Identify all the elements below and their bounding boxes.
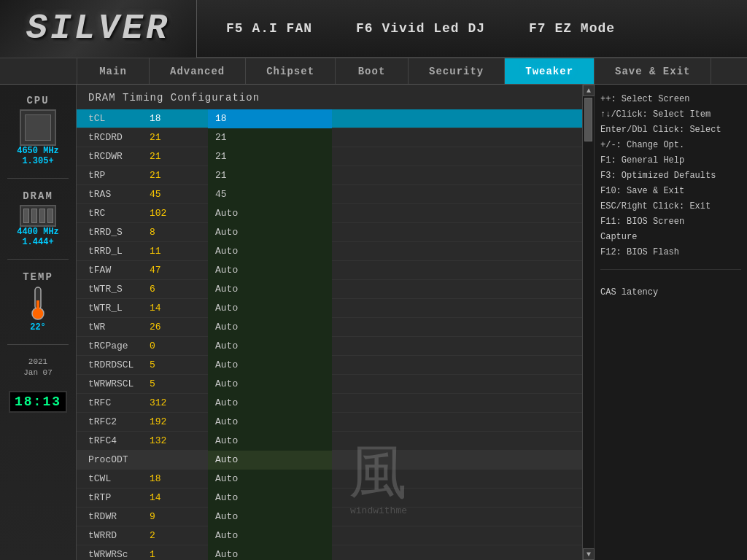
timing-value: 11 <box>150 246 208 257</box>
timing-row[interactable]: tWRWRSCL5Auto <box>77 375 582 394</box>
timing-row[interactable]: tFAW47Auto <box>77 261 582 280</box>
timing-name: tRTP <box>77 492 150 503</box>
help-line: ++: Select Screen <box>600 92 741 107</box>
timing-row[interactable]: tRAS4545 <box>77 185 582 204</box>
tab-save-exit[interactable]: Save & Exit <box>595 58 711 84</box>
timing-name: tRAS <box>77 189 150 200</box>
timing-row[interactable]: tRDRDSCL5Auto <box>77 356 582 375</box>
tab-advanced[interactable]: Advanced <box>150 58 246 84</box>
tab-main[interactable]: Main <box>77 58 150 84</box>
timing-row[interactable]: tRFC2192Auto <box>77 413 582 432</box>
scroll-track[interactable] <box>583 96 594 548</box>
timing-right-col: Auto <box>208 356 582 375</box>
timing-right-value: 45 <box>208 185 332 204</box>
timing-name: tFAW <box>77 265 150 276</box>
timing-value: 14 <box>150 492 208 503</box>
timing-right-col: Auto <box>208 280 582 299</box>
timing-name: tRC <box>77 208 150 219</box>
timing-row[interactable]: tRFC4132Auto <box>77 432 582 451</box>
timing-name: tWR <box>77 322 150 332</box>
tab-chipset[interactable]: Chipset <box>246 58 336 84</box>
timing-row[interactable]: tWRRD2Auto <box>77 526 582 545</box>
timing-row[interactable]: tWTR_L14Auto <box>77 299 582 318</box>
timing-row[interactable]: tWRWRSc1Auto <box>77 545 582 560</box>
timing-right-value: Auto <box>208 470 332 489</box>
timing-right-col: Auto <box>208 261 582 280</box>
help-line: +/-: Change Opt. <box>600 138 741 153</box>
timing-value: 14 <box>150 303 208 314</box>
timing-value: 132 <box>150 435 208 446</box>
scroll-thumb[interactable] <box>584 98 592 141</box>
timing-value: 26 <box>150 322 208 332</box>
timing-right-value: 21 <box>208 128 332 147</box>
timing-row[interactable]: tRRD_S8Auto <box>77 223 582 242</box>
timing-right-value: 21 <box>208 166 332 185</box>
timing-name: tCL <box>77 113 150 124</box>
timing-row[interactable]: tWTR_S6Auto <box>77 280 582 299</box>
timing-right-value: 21 <box>208 147 332 166</box>
timing-row[interactable]: ProcODTAuto <box>77 451 582 470</box>
clock-section: 18:13 <box>0 388 76 416</box>
tab-boot[interactable]: Boot <box>336 58 409 84</box>
hotkey-f6: F6 Vivid Led DJ <box>356 21 485 36</box>
timing-value: 21 <box>150 170 208 181</box>
tab-tweaker[interactable]: Tweaker <box>505 58 595 84</box>
timing-right-col: Auto <box>208 432 582 451</box>
timing-name: tRDWR <box>77 511 150 522</box>
timing-row[interactable]: tRC102Auto <box>77 204 582 223</box>
help-line: ESC/Right Click: Exit <box>600 199 741 214</box>
timing-row[interactable]: tWR26Auto <box>77 318 582 337</box>
timing-name: tRFC2 <box>77 416 150 427</box>
nav-tabs: Main Advanced Chipset Boot Security Twea… <box>0 58 747 85</box>
help-line: F10: Save & Exit <box>600 184 741 199</box>
timing-name: tRFC4 <box>77 435 150 446</box>
scrollbar[interactable]: ▲ ▼ <box>582 85 594 560</box>
timing-right-col: Auto <box>208 223 582 242</box>
timing-row[interactable]: tRDWR9Auto <box>77 508 582 526</box>
dram-sticks <box>23 209 53 223</box>
timing-row[interactable]: tRFC312Auto <box>77 394 582 413</box>
timing-right-value: Auto <box>208 318 332 337</box>
timing-row[interactable]: tRTP14Auto <box>77 489 582 508</box>
timing-row[interactable]: tRCDWR2121 <box>77 147 582 166</box>
timing-row[interactable]: tCWL18Auto <box>77 470 582 489</box>
timing-right-value: Auto <box>208 545 332 561</box>
timing-row[interactable]: tRCDRD2121 <box>77 128 582 147</box>
timing-right-col: Auto <box>208 375 582 394</box>
timing-right-value: Auto <box>208 223 332 242</box>
timing-right-value: Auto <box>208 451 332 470</box>
right-panel: ++: Select Screen↑↓/Click: Select ItemEn… <box>594 85 747 560</box>
timing-row[interactable]: tRRD_L11Auto <box>77 242 582 261</box>
timing-right-value: 18 <box>208 109 332 128</box>
scroll-up-arrow[interactable]: ▲ <box>583 85 595 96</box>
temp-label: TEMP <box>23 271 53 283</box>
cpu-icon <box>20 109 56 146</box>
timing-row[interactable]: tRP2121 <box>77 166 582 185</box>
timing-name: tWRWRSc <box>77 549 150 560</box>
help-line: F1: General Help <box>600 153 741 168</box>
timing-name: tWRRD <box>77 530 150 541</box>
timing-right-col: Auto <box>208 299 582 318</box>
timing-name: tRCDRD <box>77 132 150 143</box>
tab-security[interactable]: Security <box>409 58 505 84</box>
timing-row[interactable]: tRCPage0Auto <box>77 337 582 356</box>
help-line: Capture <box>600 230 741 245</box>
timing-value: 18 <box>150 113 208 124</box>
dram-stick-2 <box>31 209 37 223</box>
timing-row[interactable]: tCL1818 <box>77 109 582 128</box>
dram-stick-4 <box>47 209 53 223</box>
timing-name: tRDRDSCL <box>77 359 150 370</box>
temp-section: TEMP 22° <box>0 268 76 335</box>
scroll-down-arrow[interactable]: ▼ <box>583 548 595 560</box>
timing-right-col: Auto <box>208 394 582 413</box>
timing-right-value: Auto <box>208 356 332 375</box>
divider-1 <box>7 178 68 179</box>
timing-right-value: Auto <box>208 413 332 432</box>
timing-name: tWTR_L <box>77 303 150 314</box>
hotkeys-area: F5 A.I FAN F6 Vivid Led DJ F7 EZ Mode <box>197 21 615 36</box>
timing-name: tRRD_L <box>77 246 150 257</box>
timing-right-value: Auto <box>208 261 332 280</box>
timing-right-value: Auto <box>208 204 332 223</box>
dram-stick-1 <box>23 209 29 223</box>
cpu-volt: 1.305+ <box>22 156 53 166</box>
